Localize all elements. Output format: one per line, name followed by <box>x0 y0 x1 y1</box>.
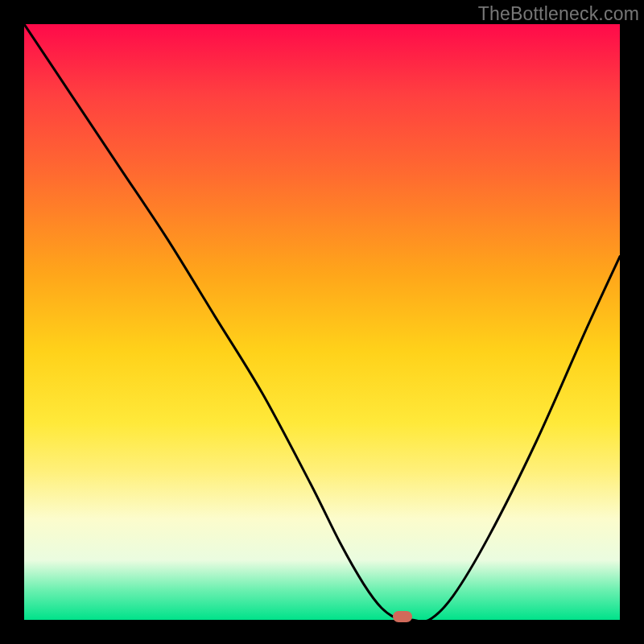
watermark-label: TheBottleneck.com <box>478 3 639 25</box>
bottleneck-curve <box>24 24 620 620</box>
optimal-point-marker <box>393 611 412 622</box>
plot-area <box>24 24 620 620</box>
bottleneck-chart: TheBottleneck.com <box>0 0 644 644</box>
